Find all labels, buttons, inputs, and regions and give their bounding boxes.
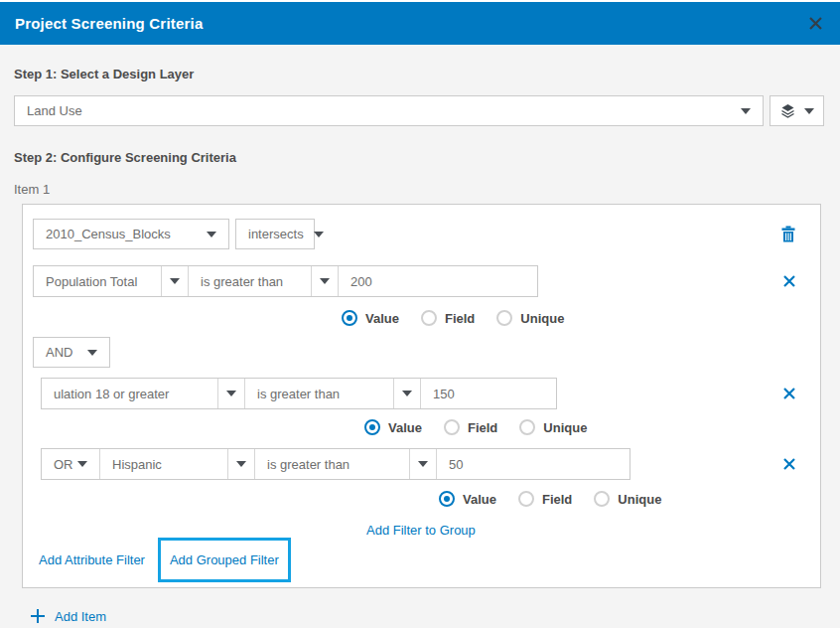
filter3-conjunction-value: OR <box>54 457 73 472</box>
filter2-field-select-arrow[interactable] <box>217 379 244 408</box>
filter3-radio-unique-label: Unique <box>618 492 661 507</box>
filter2-operator-value: is greater than <box>257 387 340 401</box>
filter3-conjunction-select[interactable]: OR <box>42 449 99 479</box>
filter3-operator-select-arrow[interactable] <box>409 449 436 479</box>
filter2-field-select[interactable]: ulation 18 or greater <box>42 379 217 408</box>
dialog-body: Step 1: Select a Design Layer Land Use S… <box>0 67 840 624</box>
chevron-down-icon <box>402 391 412 396</box>
chevron-down-icon <box>170 278 180 284</box>
grouped-filter-row-3: OR Hispanic is greater than <box>41 448 810 480</box>
dialog-titlebar: Project Screening Criteria <box>0 2 840 45</box>
spatial-operator-select[interactable]: intersects <box>235 219 315 249</box>
group-conjunction-row: AND <box>33 337 810 368</box>
filter3-value-cell <box>436 449 630 479</box>
close-icon <box>808 16 823 31</box>
remove-filter2-button[interactable] <box>782 387 796 400</box>
filter2-value-cell <box>420 379 556 408</box>
layer-list-button[interactable] <box>770 95 824 126</box>
filter1-value-input[interactable] <box>339 266 537 296</box>
filter3-radio-field-label: Field <box>542 492 572 507</box>
chevron-down-icon <box>741 108 751 114</box>
x-icon <box>782 457 796 471</box>
filter1-field-select-arrow[interactable] <box>161 266 188 296</box>
chevron-down-icon <box>418 461 428 467</box>
dialog-title: Project Screening Criteria <box>15 15 203 32</box>
filter2-radio-unique-label: Unique <box>543 420 587 435</box>
chevron-down-icon <box>77 461 87 467</box>
filter1-field-value: Population Total <box>46 274 137 289</box>
filter2-operator-select-arrow[interactable] <box>393 379 420 408</box>
add-attribute-filter-link[interactable]: Add Attribute Filter <box>39 552 145 567</box>
spatial-filter-row: 2010_Census_Blocks intersects <box>33 219 810 249</box>
filter2-radio-value-label: Value <box>388 420 422 435</box>
group-conjunction-select[interactable]: AND <box>33 337 110 368</box>
filter3-field-select-arrow[interactable] <box>227 449 254 479</box>
filter1-operator-select[interactable]: is greater than <box>188 266 311 296</box>
item-panel: 2010_Census_Blocks intersects <box>22 204 821 588</box>
filter2-value-input[interactable] <box>421 379 556 408</box>
filter3-radio-value-label: Value <box>463 492 496 507</box>
x-icon <box>782 274 796 288</box>
filter1-radio-value[interactable] <box>342 310 357 326</box>
filter3-radio-field[interactable] <box>518 491 534 507</box>
filter2-field-value: ulation 18 or greater <box>54 387 169 401</box>
filter1-mode-radiogroup: Value Field Unique <box>342 310 810 326</box>
chevron-down-icon <box>320 278 330 284</box>
filter-actions-row: Add Attribute Filter Add Grouped Filter <box>39 538 810 582</box>
x-icon <box>782 387 796 400</box>
add-filter-to-group-row: Add Filter to Group <box>366 523 810 538</box>
filter3-controls: OR Hispanic is greater than <box>41 448 630 480</box>
filter1-operator-select-arrow[interactable] <box>311 266 338 296</box>
filter1-value-cell <box>338 266 537 296</box>
filter2-radio-value[interactable] <box>364 419 380 435</box>
filter1-radio-field[interactable] <box>421 310 437 326</box>
filter3-operator-select[interactable]: is greater than <box>254 449 409 479</box>
design-layer-select[interactable]: Land Use <box>14 95 764 126</box>
chevron-down-icon <box>226 391 236 396</box>
filter2-radio-field[interactable] <box>444 419 460 435</box>
add-filter-to-group-link[interactable]: Add Filter to Group <box>366 523 476 538</box>
filter3-field-select[interactable]: Hispanic <box>99 449 227 479</box>
remove-filter3-button[interactable] <box>782 457 796 471</box>
filter3-radio-unique[interactable] <box>594 491 610 507</box>
filter1-controls: Population Total is greater than <box>33 265 538 297</box>
filter3-field-value: Hispanic <box>112 457 162 472</box>
chevron-down-icon <box>87 350 97 356</box>
filter1-operator-value: is greater than <box>201 274 283 289</box>
filter1-radio-value-label: Value <box>365 311 399 326</box>
attribute-filter-row-1: Population Total is greater than <box>33 265 810 297</box>
step1-label: Step 1: Select a Design Layer <box>14 67 824 81</box>
layers-icon <box>779 103 796 119</box>
delete-item-button[interactable] <box>780 226 796 243</box>
close-button[interactable] <box>805 14 825 34</box>
group-conjunction-value: AND <box>46 345 72 360</box>
filter1-radio-field-label: Field <box>445 311 475 326</box>
add-grouped-filter-link[interactable]: Add Grouped Filter <box>170 552 279 567</box>
design-layer-value: Land Use <box>27 103 82 118</box>
add-grouped-filter-highlight: Add Grouped Filter <box>158 538 291 582</box>
add-item-label: Add Item <box>55 609 106 624</box>
add-item-button[interactable]: Add Item <box>30 608 824 624</box>
filter3-operator-value: is greater than <box>267 457 350 472</box>
filter3-radio-value[interactable] <box>439 491 455 507</box>
filter3-value-input[interactable] <box>437 449 630 479</box>
trash-icon <box>780 226 796 243</box>
chevron-down-icon <box>804 108 814 114</box>
remove-filter1-button[interactable] <box>782 274 796 288</box>
filter2-operator-select[interactable]: is greater than <box>244 379 393 408</box>
filter1-radio-unique[interactable] <box>496 310 512 326</box>
filter1-field-select[interactable]: Population Total <box>34 266 161 296</box>
filter2-radio-unique[interactable] <box>519 419 535 435</box>
filter2-controls: ulation 18 or greater is greater than <box>41 378 557 409</box>
chevron-down-icon <box>314 232 324 237</box>
filter3-mode-radiogroup: Value Field Unique <box>439 491 810 507</box>
step2-label: Step 2: Configure Screening Criteria <box>14 150 824 165</box>
screening-layer-select[interactable]: 2010_Census_Blocks <box>33 219 229 249</box>
filter2-mode-radiogroup: Value Field Unique <box>364 419 810 435</box>
design-layer-row: Land Use <box>14 95 824 126</box>
screening-layer-value: 2010_Census_Blocks <box>46 227 171 241</box>
grouped-filter-row-2: ulation 18 or greater is greater than <box>41 378 810 409</box>
chevron-down-icon <box>207 232 216 237</box>
filter1-radio-unique-label: Unique <box>520 311 564 326</box>
item-label: Item 1 <box>14 182 824 197</box>
